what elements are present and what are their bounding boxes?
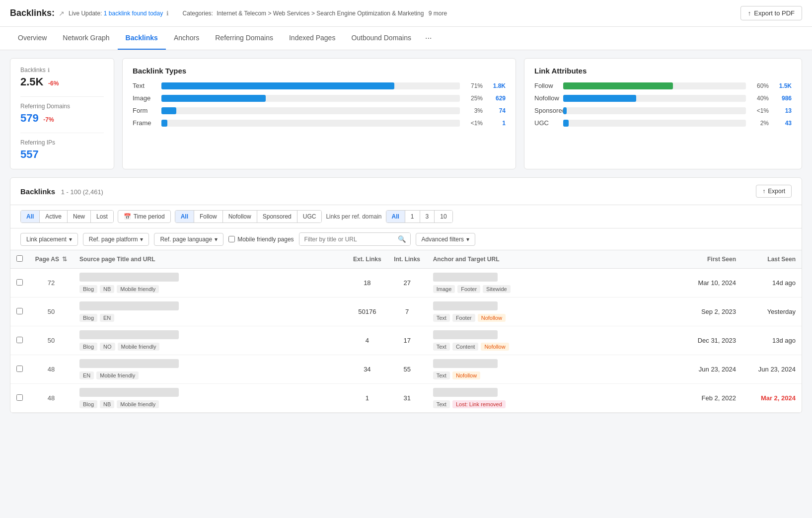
th-page-as[interactable]: Page AS ⇅: [29, 250, 74, 269]
row-checkbox[interactable]: [16, 337, 23, 343]
link-placement-dropdown[interactable]: Link placement ▾: [20, 233, 78, 246]
stat-referring-domains-value: 579 -7%: [20, 112, 104, 125]
source-title-block: [79, 273, 179, 282]
stat-referring-ips: Referring IPs 557: [20, 139, 104, 161]
anchor-tag-nofollow: Nofollow: [452, 371, 480, 379]
row-checkbox[interactable]: [16, 394, 23, 401]
row-int-links: 55: [387, 355, 427, 384]
tab-overview[interactable]: Overview: [10, 27, 55, 50]
more-tabs-icon[interactable]: ···: [419, 27, 438, 50]
main-content: Backlinks ℹ 2.5K -6% Referring Domains 5…: [0, 50, 812, 421]
filter-lost[interactable]: Lost: [91, 211, 113, 222]
external-link-icon[interactable]: ↗: [59, 9, 65, 17]
anchor-tags: Text Content Nofollow: [433, 343, 676, 351]
categories-text: Categories: Internet & Telecom > Web Ser…: [183, 10, 447, 17]
anchor-tags: Text Lost: Link removed: [433, 400, 676, 408]
tab-backlinks[interactable]: Backlinks: [118, 27, 166, 50]
th-int-links: Int. Links: [387, 250, 427, 269]
chevron-down-icon: ▾: [140, 236, 143, 243]
th-first-seen: First Seen: [682, 250, 742, 269]
tab-network-graph[interactable]: Network Graph: [55, 27, 117, 50]
stats-panel: Backlinks ℹ 2.5K -6% Referring Domains 5…: [10, 58, 114, 169]
row-tags: Blog NO Mobile friendly: [79, 343, 341, 351]
chevron-down-icon: ▾: [466, 236, 469, 243]
row-checkbox-cell: [10, 355, 29, 384]
filter-active[interactable]: Active: [40, 211, 68, 222]
page-title: Backlinks:: [10, 8, 55, 18]
links-per-1[interactable]: 1: [405, 211, 420, 222]
mobile-friendly-checkbox-label[interactable]: Mobile friendly pages: [228, 236, 294, 243]
row-ext-links: 34: [347, 355, 387, 384]
links-per-all[interactable]: All: [386, 211, 405, 222]
row-last-seen: 13d ago: [742, 326, 802, 355]
table-row: 50 Blog NO Mobile friendly 4 17: [10, 326, 802, 355]
backlinks-table: Page AS ⇅ Source page Title and URL Ext.…: [10, 250, 802, 413]
source-title-block: [79, 330, 179, 339]
row-page-as: 72: [29, 269, 74, 297]
row-page-as: 48: [29, 384, 74, 413]
attr-filter-all[interactable]: All: [175, 211, 194, 222]
ref-page-language-dropdown[interactable]: Ref. page language ▾: [154, 233, 223, 246]
top-bar-left: Backlinks: ↗ Live Update: 1 backlink fou…: [10, 8, 447, 18]
search-icon-button[interactable]: 🔍: [394, 233, 410, 245]
stat-backlinks-value: 2.5K -6%: [20, 75, 104, 88]
tag-en: EN: [100, 314, 114, 322]
anchor-tags: Image Footer Sitewide: [433, 285, 676, 293]
export-pdf-button[interactable]: ↑ Export to PDF: [740, 6, 802, 20]
tag-nb: NB: [100, 285, 114, 293]
attr-filter-group: All Follow Nofollow Sponsored UGC: [175, 210, 322, 223]
tag-blog: Blog: [79, 343, 97, 351]
attr-filter-follow[interactable]: Follow: [194, 211, 223, 222]
row-int-links: 31: [387, 384, 427, 413]
links-per-10[interactable]: 10: [435, 211, 452, 222]
row-checkbox-cell: [10, 269, 29, 297]
backlink-type-row-image: Image 25% 629: [133, 94, 506, 102]
row-checkbox[interactable]: [16, 366, 23, 372]
stat-referring-ips-value: 557: [20, 148, 104, 161]
backlink-types-title: Backlink Types: [133, 67, 506, 75]
ref-page-platform-dropdown[interactable]: Ref. page platform ▾: [83, 233, 149, 246]
stat-backlinks-label: Backlinks ℹ: [20, 67, 104, 74]
row-source: Blog NB Mobile friendly: [74, 269, 347, 297]
more-categories-link[interactable]: 9 more: [429, 10, 447, 17]
row-anchor: Text Footer Nofollow: [427, 297, 682, 326]
row-first-seen: Jun 23, 2024: [682, 355, 742, 384]
attr-filter-sponsored[interactable]: Sponsored: [257, 211, 297, 222]
live-update-link[interactable]: 1 backlink found today: [104, 10, 163, 17]
th-last-seen: Last Seen: [742, 250, 802, 269]
attr-filter-nofollow[interactable]: Nofollow: [223, 211, 257, 222]
backlink-types-panel: Backlink Types Text 71% 1.8K Image 25% 6…: [122, 58, 516, 169]
backlinks-header: Backlinks 1 - 100 (2,461) ↑ Export: [10, 178, 802, 205]
filter-new[interactable]: New: [68, 211, 91, 222]
row-checkbox[interactable]: [16, 308, 23, 314]
bar-fill-image: [161, 95, 266, 102]
row-int-links: 17: [387, 326, 427, 355]
backlinks-info-icon[interactable]: ℹ: [48, 67, 50, 74]
tab-referring-domains[interactable]: Referring Domains: [207, 27, 281, 50]
search-icon: 🔍: [398, 235, 406, 243]
calendar-icon: 📅: [124, 213, 131, 220]
th-anchor: Anchor and Target URL: [427, 250, 682, 269]
filter-all[interactable]: All: [21, 211, 40, 222]
table-row: 48 EN Mobile friendly 34 55: [10, 355, 802, 384]
stats-and-charts: Backlinks ℹ 2.5K -6% Referring Domains 5…: [10, 58, 802, 169]
tab-indexed-pages[interactable]: Indexed Pages: [281, 27, 343, 50]
time-period-button[interactable]: 📅 Time period: [118, 210, 171, 223]
row-checkbox[interactable]: [16, 279, 23, 286]
links-per-3[interactable]: 3: [420, 211, 435, 222]
select-all-checkbox[interactable]: [16, 255, 23, 262]
row-anchor: Text Nofollow: [427, 355, 682, 384]
export-button[interactable]: ↑ Export: [756, 185, 792, 198]
live-update-text: Live Update: 1 backlink found today ℹ: [69, 10, 169, 17]
advanced-filters-button[interactable]: Advanced filters ▾: [416, 233, 475, 246]
backlink-type-row-frame: Frame <1% 1: [133, 119, 506, 127]
tab-anchors[interactable]: Anchors: [166, 27, 207, 50]
mobile-friendly-checkbox[interactable]: [228, 236, 235, 242]
row-page-as: 48: [29, 355, 74, 384]
tab-outbound-domains[interactable]: Outbound Domains: [343, 27, 419, 50]
tag-en: EN: [79, 371, 94, 379]
attr-filter-ugc[interactable]: UGC: [297, 211, 322, 222]
anchor-tag-footer: Footer: [457, 285, 480, 293]
link-attr-row-sponsored: Sponsored <1% 13: [534, 107, 792, 114]
search-input[interactable]: [299, 233, 394, 245]
